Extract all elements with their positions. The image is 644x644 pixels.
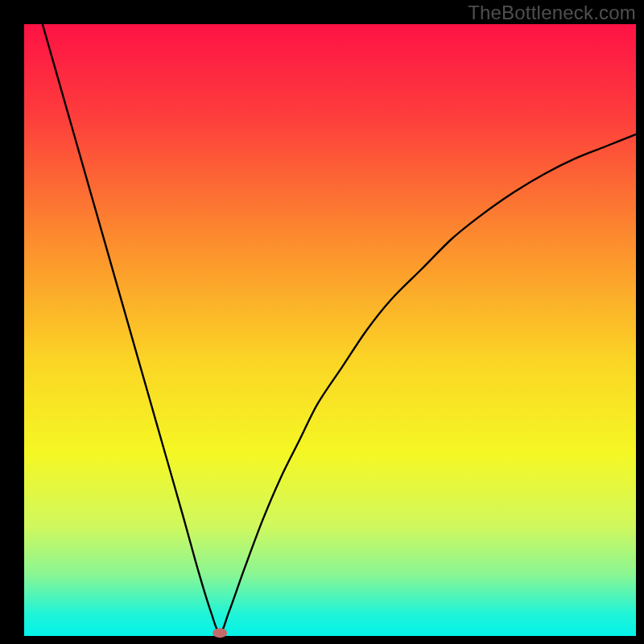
chart-container: TheBottleneck.com [0, 0, 644, 644]
plot-background [24, 24, 636, 636]
minimum-marker [213, 628, 227, 638]
chart-svg [0, 0, 644, 644]
